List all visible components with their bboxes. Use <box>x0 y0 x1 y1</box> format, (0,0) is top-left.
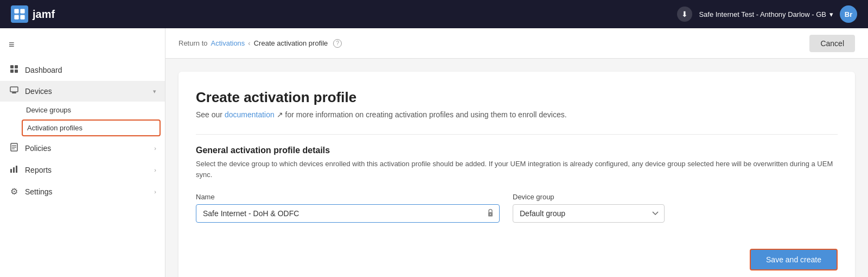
sidebar-item-activation-profiles[interactable]: Activation profiles <box>22 119 161 136</box>
sidebar-item-label: Dashboard <box>25 66 156 74</box>
avatar[interactable]: Br <box>840 5 857 23</box>
svg-point-18 <box>490 214 491 215</box>
input-lock-icon <box>487 209 494 219</box>
user-label: Safe Internet Test - Anthony Darlow - GB <box>699 10 826 18</box>
external-link-icon: ↗ <box>277 110 283 119</box>
sidebar-item-policies[interactable]: Policies › <box>0 137 165 159</box>
svg-rect-7 <box>15 70 18 73</box>
topbar: Return to Activations ‹ Create activatio… <box>165 28 868 59</box>
page-subtitle: See our documentation ↗ for more informa… <box>196 110 838 119</box>
name-input[interactable] <box>196 204 500 223</box>
hamburger-button[interactable]: ≡ <box>0 35 165 55</box>
user-menu[interactable]: Safe Internet Test - Anthony Darlow - GB… <box>699 10 833 18</box>
svg-rect-3 <box>20 15 24 19</box>
sidebar-item-settings[interactable]: ⚙ Settings › <box>0 181 165 202</box>
card-footer: Save and create <box>196 249 838 270</box>
name-form-group: Name <box>196 193 500 223</box>
cancel-button[interactable]: Cancel <box>809 35 855 52</box>
chevron-down-icon: ▾ <box>153 88 156 95</box>
svg-rect-1 <box>20 9 24 13</box>
sidebar-item-label: Device groups <box>26 106 71 114</box>
documentation-link[interactable]: documentation <box>225 110 275 119</box>
subtitle-suffix: for more information on creating activat… <box>283 110 567 119</box>
layout: ≡ Dashboard Devices ▾ <box>0 28 868 277</box>
settings-icon: ⚙ <box>9 186 20 197</box>
policies-icon <box>9 143 20 154</box>
devices-icon <box>9 86 20 96</box>
divider <box>196 134 838 135</box>
breadcrumb-link[interactable]: Activations <box>210 39 245 47</box>
svg-rect-15 <box>13 167 15 173</box>
sidebar-item-reports[interactable]: Reports › <box>0 159 165 181</box>
general-section: General activation profile details Selec… <box>196 146 838 223</box>
app-logo: jamf <box>11 5 55 23</box>
navbar-right: ⬇ Safe Internet Test - Anthony Darlow - … <box>677 5 857 23</box>
download-icon[interactable]: ⬇ <box>677 7 692 22</box>
dashboard-icon <box>9 65 20 75</box>
sidebar-item-label: Policies <box>25 144 149 153</box>
app-name: jamf <box>33 8 55 21</box>
svg-rect-9 <box>12 92 16 93</box>
sidebar-item-devices[interactable]: Devices ▾ <box>0 81 165 102</box>
reports-icon <box>9 165 20 175</box>
breadcrumb: Return to Activations ‹ Create activatio… <box>178 39 342 48</box>
breadcrumb-chevron: ‹ <box>248 39 250 47</box>
device-group-label: Device group <box>513 193 665 201</box>
sidebar-item-label: Reports <box>25 166 149 174</box>
svg-rect-8 <box>10 87 18 92</box>
page-title: Create activation profile <box>196 89 838 106</box>
sidebar: ≡ Dashboard Devices ▾ <box>0 28 165 277</box>
content-area: Create activation profile See our docume… <box>165 59 868 277</box>
section-title: General activation profile details <box>196 146 838 155</box>
sidebar-item-dashboard[interactable]: Dashboard <box>0 59 165 81</box>
svg-rect-6 <box>10 70 14 73</box>
svg-rect-5 <box>15 65 18 68</box>
chevron-right-icon: › <box>154 188 156 195</box>
navbar: jamf ⬇ Safe Internet Test - Anthony Darl… <box>0 0 868 28</box>
sidebar-item-label: Devices <box>25 87 148 96</box>
svg-rect-4 <box>10 65 14 68</box>
breadcrumb-current: Create activation profile <box>254 39 328 47</box>
sidebar-item-label: Settings <box>25 187 149 196</box>
device-group-select[interactable]: Default group <box>513 204 665 223</box>
help-icon[interactable]: ? <box>333 39 342 48</box>
breadcrumb-separator: Return to <box>178 39 207 47</box>
svg-rect-16 <box>16 166 17 173</box>
chevron-right-icon: › <box>154 145 156 152</box>
create-profile-card: Create activation profile See our docume… <box>178 72 855 277</box>
sidebar-item-label: Activation profiles <box>27 124 82 132</box>
device-group-form-group: Device group Default group <box>513 193 665 223</box>
form-row: Name <box>196 193 838 223</box>
svg-rect-0 <box>14 9 18 13</box>
chevron-right-icon: › <box>154 167 156 173</box>
svg-rect-14 <box>10 169 12 173</box>
name-label: Name <box>196 193 500 201</box>
save-and-create-button[interactable]: Save and create <box>750 249 838 270</box>
chevron-down-icon: ▾ <box>829 10 833 18</box>
subtitle-prefix: See our <box>196 110 225 119</box>
svg-rect-2 <box>14 15 18 19</box>
logo-icon <box>11 5 28 23</box>
section-desc: Select the device group to which devices… <box>196 159 838 180</box>
name-input-wrapper <box>196 204 500 223</box>
sidebar-item-device-groups[interactable]: Device groups <box>0 102 165 118</box>
main-content: Return to Activations ‹ Create activatio… <box>165 28 868 277</box>
